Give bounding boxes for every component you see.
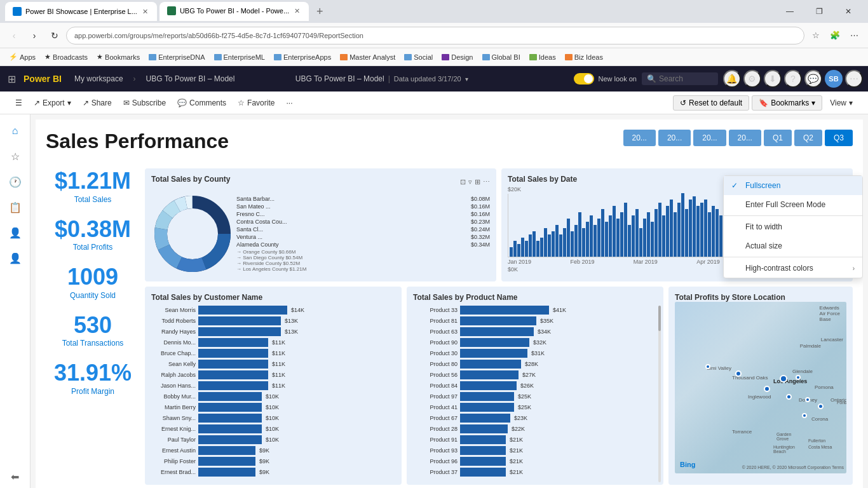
customer-chart-title: Total Sales by Customer Name — [151, 293, 262, 302]
nav-report-name[interactable]: UBG To Power BI – Model — [141, 72, 240, 86]
favorite-button[interactable]: ☆ Favorite — [233, 96, 280, 110]
bar — [563, 228, 566, 257]
bookmark-enterprisedna[interactable]: EnterpriseDNA — [145, 52, 208, 62]
filter-q2[interactable]: Q2 — [794, 130, 822, 146]
bar — [198, 435, 262, 444]
browser-tab-2[interactable]: UBG To Power BI - Model - Powe... ✕ — [159, 2, 309, 21]
sidebar-recent[interactable]: 🕐 — [4, 170, 27, 193]
chat-button[interactable]: 💬 — [804, 70, 822, 88]
map-copyright: © 2020 HERE, © 2020 Microsoft Corporatio… — [742, 465, 844, 470]
filter-q1[interactable]: Q1 — [764, 130, 792, 146]
settings-button[interactable]: ⚙ — [743, 70, 761, 88]
bookmark-broadcasts[interactable]: ★ Broadcasts — [41, 51, 92, 62]
sidebar-shared[interactable]: 👤 — [4, 221, 27, 244]
favorites-button[interactable]: ☆ — [807, 27, 825, 44]
notifications-button[interactable]: 🔔 — [723, 70, 741, 88]
ellipsis-icon[interactable]: ⋯ — [483, 178, 490, 186]
maximize-button[interactable]: ❐ — [804, 0, 834, 23]
sidebar-home[interactable]: ⌂ — [4, 119, 27, 142]
more-button[interactable]: ··· — [281, 96, 297, 110]
forward-button[interactable]: › — [25, 27, 43, 44]
bookmark-design[interactable]: Design — [438, 52, 477, 62]
comments-button[interactable]: 💬 Comments — [172, 96, 231, 110]
bookmark-bookmarks[interactable]: ★ Bookmarks — [93, 51, 144, 62]
bar — [460, 306, 549, 315]
hamburger-button[interactable]: ☰ — [10, 96, 27, 110]
filter-2019[interactable]: 20... — [693, 130, 726, 146]
scrollbar-track[interactable] — [658, 306, 661, 482]
back-button[interactable]: ‹ — [5, 27, 23, 44]
extensions-button[interactable]: 🧩 — [826, 27, 844, 44]
dropdown-item-fit-width[interactable]: Fit to width — [724, 217, 862, 236]
pbi-search-box[interactable]: 🔍 — [642, 72, 718, 85]
tab-close-2[interactable]: ✕ — [293, 7, 301, 15]
map-chart-title: Total Profits by Store Location — [675, 293, 785, 302]
more-viz-icon[interactable]: ⊞ — [475, 178, 480, 186]
map-container: EdwardsAir ForceBase Lancaster Palmdale … — [675, 302, 846, 473]
dropdown-item-high-contrast[interactable]: High-contrast colors › — [724, 259, 862, 278]
bookmark-enterpriseml[interactable]: EnterpriseML — [210, 52, 269, 62]
bookmark-masteranalyst[interactable]: Master Analyst — [336, 52, 399, 62]
view-button[interactable]: View ▾ — [825, 96, 858, 110]
dropdown-item-actual-size[interactable]: Actual size — [724, 236, 862, 255]
nav-my-workspace[interactable]: My workspace — [69, 72, 128, 86]
new-tab-button[interactable]: + — [311, 5, 329, 18]
share-button[interactable]: ↗ Share — [78, 96, 117, 110]
browser-tab-1[interactable]: Power BI Showcase | Enterprise L... ✕ — [5, 2, 157, 21]
filter-2020[interactable]: 20... — [729, 130, 761, 146]
bar — [674, 212, 677, 257]
bookmark-enterpriseapps[interactable]: EnterpriseApps — [270, 52, 335, 62]
download-button[interactable]: ⬇ — [764, 70, 782, 88]
dropdown-item-enter-fullscreen[interactable]: Enter Full Screen Mode — [724, 195, 862, 214]
help-button[interactable]: ? — [784, 70, 802, 88]
dropdown-item-fullscreen[interactable]: ✓ Fullscreen — [724, 176, 862, 195]
dropdown-chevron[interactable]: ▾ — [465, 76, 468, 83]
sidebar-favorites[interactable]: ☆ — [4, 145, 27, 168]
user-avatar[interactable]: SB — [825, 70, 843, 88]
bookmarks-button[interactable]: 🔖 Bookmarks ▾ — [752, 95, 822, 111]
bar — [198, 306, 287, 315]
sidebar-workspaces[interactable]: 👤 — [4, 247, 27, 269]
focus-icon[interactable]: ⊡ — [460, 178, 466, 186]
legend-item: San Mateo ...$0.16M — [236, 203, 490, 210]
more-options-button[interactable]: ⋯ — [845, 70, 863, 88]
reset-button[interactable]: ↺ Reset to default — [673, 95, 749, 111]
broadcasts-icon: ★ — [44, 53, 51, 61]
bookmark-bizideas[interactable]: Biz Ideas — [561, 52, 607, 62]
refresh-button[interactable]: ↻ — [46, 27, 64, 44]
bar — [666, 206, 669, 257]
bookmark-social[interactable]: Social — [400, 52, 437, 62]
bar — [632, 215, 635, 257]
list-item: Product 80 $28K — [413, 360, 657, 369]
subscribe-button[interactable]: ✉ Subscribe — [118, 96, 171, 110]
scrollbar-thumb[interactable] — [658, 306, 661, 331]
bookmark-globalbi[interactable]: Global BI — [478, 52, 524, 62]
map-background: EdwardsAir ForceBase Lancaster Palmdale … — [675, 302, 846, 473]
export-button[interactable]: ↗ Export ▾ — [29, 96, 76, 110]
toggle-switch[interactable] — [574, 73, 594, 85]
dropdown-separator — [724, 215, 862, 216]
close-button[interactable]: ✕ — [834, 0, 863, 23]
tab-close-1[interactable]: ✕ — [141, 8, 149, 16]
sidebar-apps[interactable]: 📋 — [4, 196, 27, 219]
sidebar-collapse[interactable]: ⬅ — [4, 465, 27, 488]
new-look-toggle[interactable]: New look on — [574, 73, 637, 85]
grid-icon[interactable]: ⊞ — [5, 71, 18, 88]
browser-menu-button[interactable]: ⋯ — [845, 27, 863, 44]
bar — [460, 316, 536, 325]
main-layout: ⌂ ☆ 🕐 📋 👤 👤 ⬅ Sales Performance 20... 20… — [0, 114, 868, 488]
list-item: Martin Berry $10K — [151, 403, 395, 412]
bookmark-ideas[interactable]: Ideas — [526, 52, 560, 62]
filter-q3[interactable]: Q3 — [825, 130, 853, 146]
filter-2017[interactable]: 20... — [623, 130, 656, 146]
minimize-button[interactable]: — — [775, 0, 804, 23]
kpi-total-transactions: 530 Total Transactions — [46, 313, 140, 348]
bar — [198, 424, 262, 433]
filter-2018[interactable]: 20... — [658, 130, 691, 146]
legend-item: Contra Costa Cou...$0.23M — [236, 219, 490, 225]
map-label-torrance: Torrance — [732, 429, 752, 435]
bookmark-apps[interactable]: ⚡ Apps — [5, 51, 39, 62]
filter-icon[interactable]: ▿ — [468, 178, 472, 186]
url-bar[interactable]: app.powerbi.com/groups/me/reports/ab50d6… — [66, 27, 804, 44]
search-input[interactable] — [659, 74, 710, 83]
